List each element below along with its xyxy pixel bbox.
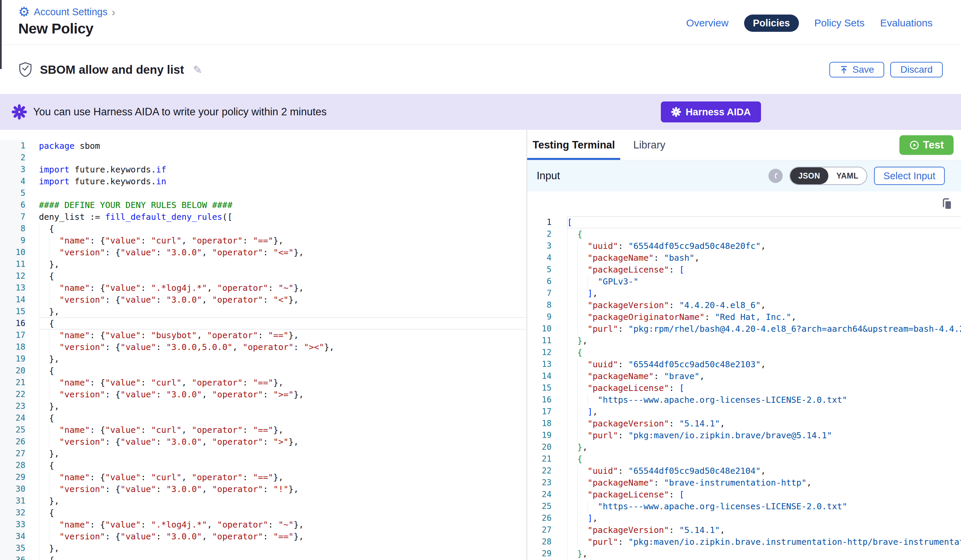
code-line[interactable]: 9 "name": {"value": "curl", "operator": … <box>0 235 527 247</box>
code-line[interactable]: 1package sbom <box>0 140 527 152</box>
input-json-editor[interactable]: 1[2 {3 "uuid": "65544df05cc9ad50c48e20fc… <box>527 191 961 560</box>
code-line[interactable]: 27 "packageVersion": "5.14.1", <box>527 524 961 536</box>
code-line[interactable]: 14 "packageName": "brave", <box>527 370 961 382</box>
code-line[interactable]: 18 "version": {"value": "3.0.0,5.0.0", "… <box>0 341 527 353</box>
code-line[interactable]: 4 "packageName": "bash", <box>527 252 961 264</box>
code-line[interactable]: 26 ], <box>527 512 961 524</box>
code-line[interactable]: 7 ], <box>527 287 961 299</box>
code-line[interactable]: 20 { <box>0 365 527 377</box>
code-line[interactable]: 11 }, <box>0 258 527 270</box>
code-line[interactable]: 28 "purl": "pkg:maven/io.zipkin.brave.in… <box>527 536 961 548</box>
code-line-content: "version": {"value": "3.0.0,5.0.0", "ope… <box>39 341 527 353</box>
code-line[interactable]: 17 "name": {"value": "busybot", "operato… <box>0 329 527 341</box>
code-line[interactable]: 36 { <box>0 554 527 560</box>
code-line[interactable]: 8 { <box>0 223 527 235</box>
line-number: 17 <box>0 329 26 341</box>
code-line[interactable]: 2 <box>0 152 527 164</box>
tab-policy-sets[interactable]: Policy Sets <box>815 17 865 29</box>
code-line[interactable]: 7deny_list := fill_default_deny_rules([ <box>0 211 527 223</box>
code-line[interactable]: 15 }, <box>0 306 527 318</box>
code-line-content <box>39 152 527 164</box>
code-line[interactable]: 13 "uuid": "65544df05cc9ad50c48e2103", <box>527 358 961 370</box>
code-line[interactable]: 6#### DEFINE YOUR DENY RULES BELOW #### <box>0 199 527 211</box>
code-line[interactable]: 5 "packageLicense": [ <box>527 264 961 276</box>
code-line[interactable]: 27 }, <box>0 448 527 460</box>
code-line[interactable]: 29 "name": {"value": "curl", "operator":… <box>0 472 527 483</box>
code-line[interactable]: 21 "name": {"value": "curl", "operator":… <box>0 377 527 388</box>
line-number: 29 <box>527 548 551 560</box>
code-line[interactable]: 12 { <box>527 347 961 358</box>
line-number: 20 <box>0 365 26 377</box>
testing-panel: Testing TerminalLibrary Test Input <box>527 130 961 560</box>
harness-aida-button[interactable]: Harness AIDA <box>661 101 761 122</box>
line-number: 27 <box>527 524 551 536</box>
select-input-button[interactable]: Select Input <box>874 167 945 185</box>
code-line[interactable]: 3import future.keywords.if <box>0 164 527 175</box>
code-line[interactable]: 23 }, <box>0 400 527 412</box>
code-line[interactable]: 35 }, <box>0 542 527 554</box>
code-line[interactable]: 29 }, <box>527 548 961 560</box>
code-line[interactable]: 10 "purl": "pkg:rpm/rhel/bash@4.4.20-4.e… <box>527 323 961 335</box>
settings-gear-icon[interactable]: ⚙ <box>18 5 30 18</box>
code-line[interactable]: 18 "packageVersion": "5.14.1", <box>527 418 961 430</box>
code-line[interactable]: 16 { <box>0 318 527 329</box>
save-button[interactable]: Save <box>829 62 884 77</box>
code-line[interactable]: 19 "purl": "pkg:maven/io.zipkin.brave/br… <box>527 430 961 441</box>
code-line[interactable]: 30 "version": {"value": "3.0.0", "operat… <box>0 483 527 495</box>
edit-policy-name-button[interactable]: ✎ <box>193 63 202 76</box>
code-line[interactable]: 25 "name": {"value": "curl", "operator":… <box>0 424 527 436</box>
code-line[interactable]: 22 "uuid": "65544df05cc9ad50c48e2104", <box>527 465 961 477</box>
copy-icon[interactable] <box>940 197 953 211</box>
code-line[interactable]: 22 "version": {"value": "3.0.0", "operat… <box>0 388 527 400</box>
code-line[interactable]: 11 }, <box>527 335 961 347</box>
code-line[interactable]: 8 "packageVersion": "4.4.20-4.el8_6", <box>527 299 961 311</box>
line-number: 19 <box>527 430 551 441</box>
code-line-content: }, <box>567 441 961 453</box>
code-line[interactable]: 31 }, <box>0 495 527 507</box>
code-line[interactable]: 24 "packageLicense": [ <box>527 489 961 501</box>
line-number: 2 <box>527 228 551 240</box>
tab-evaluations[interactable]: Evaluations <box>880 17 932 29</box>
code-line[interactable]: 4import future.keywords.in <box>0 175 527 187</box>
tab-library[interactable]: Library <box>628 130 671 160</box>
toggle-yaml[interactable]: YAML <box>828 167 866 184</box>
code-line[interactable]: 24 { <box>0 412 527 424</box>
line-number: 11 <box>527 335 551 347</box>
line-number: 12 <box>527 347 551 358</box>
policy-code-editor[interactable]: 1package sbom23import future.keywords.if… <box>0 130 527 560</box>
code-line[interactable]: 1[ <box>527 217 961 228</box>
code-line[interactable]: 12 { <box>0 270 527 282</box>
code-line[interactable]: 32 { <box>0 507 527 519</box>
code-line[interactable]: 21 { <box>527 453 961 465</box>
breadcrumb-link-account-settings[interactable]: Account Settings <box>34 6 108 18</box>
code-line[interactable]: 2 { <box>527 228 961 240</box>
format-disabled-icon[interactable] <box>768 169 783 183</box>
test-button-label: Test <box>923 139 944 151</box>
code-line[interactable]: 26 "version": {"value": "3.0.0", "operat… <box>0 436 527 448</box>
code-line[interactable]: 20 }, <box>527 441 961 453</box>
code-line[interactable]: 16 "https---www.apache.org-licenses-LICE… <box>527 394 961 406</box>
code-line[interactable]: 33 "name": {"value": ".*log4j.*", "opera… <box>0 519 527 531</box>
tab-overview[interactable]: Overview <box>686 17 728 29</box>
code-line[interactable]: 6 "GPLv3-" <box>527 276 961 287</box>
line-number: 3 <box>0 164 26 175</box>
code-line[interactable]: 5 <box>0 187 527 199</box>
code-line[interactable]: 9 "packageOriginatorName": "Red Hat, Inc… <box>527 311 961 323</box>
code-line-content: "name": {"value": "curl", "operator": "=… <box>39 424 527 436</box>
test-button[interactable]: Test <box>900 135 953 155</box>
discard-button[interactable]: Discard <box>890 62 943 77</box>
code-line[interactable]: 15 "packageLicense": [ <box>527 382 961 394</box>
code-line[interactable]: 10 "version": {"value": "3.0.0", "operat… <box>0 247 527 258</box>
code-line[interactable]: 17 ], <box>527 406 961 418</box>
tab-testing-terminal[interactable]: Testing Terminal <box>527 130 620 160</box>
code-line[interactable]: 13 "name": {"value": ".*log4j.*", "opera… <box>0 282 527 294</box>
code-line[interactable]: 19 }, <box>0 353 527 365</box>
code-line[interactable]: 34 "version": {"value": "3.0.0", "operat… <box>0 531 527 542</box>
code-line[interactable]: 23 "packageName": "brave-instrumentation… <box>527 477 961 489</box>
code-line[interactable]: 14 "version": {"value": "3.0.0", "operat… <box>0 294 527 306</box>
code-line[interactable]: 25 "https---www.apache.org-licenses-LICE… <box>527 501 961 512</box>
code-line[interactable]: 3 "uuid": "65544df05cc9ad50c48e20fc", <box>527 240 961 252</box>
tab-policies[interactable]: Policies <box>744 14 799 32</box>
toggle-json[interactable]: JSON <box>790 167 828 184</box>
code-line[interactable]: 28 { <box>0 460 527 472</box>
